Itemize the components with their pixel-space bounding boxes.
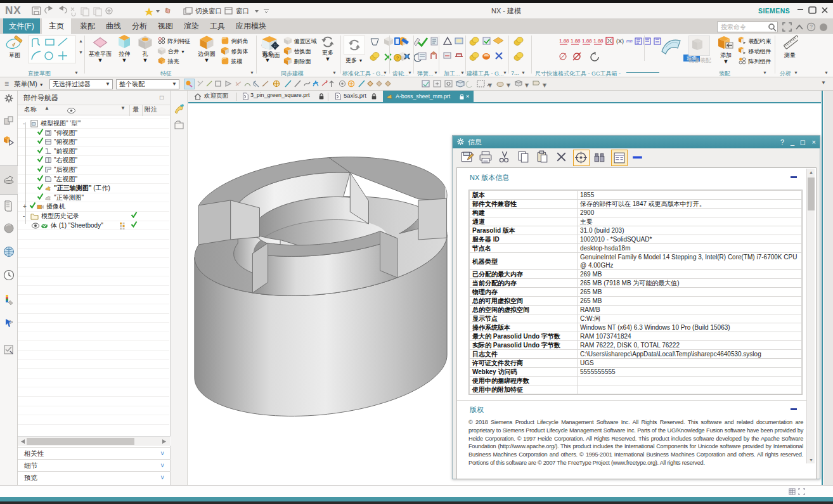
- svg-text:窗口: 窗口: [236, 7, 249, 15]
- svg-text:1.88: 1.88: [559, 38, 569, 44]
- svg-text:切换窗口: 切换窗口: [195, 7, 222, 15]
- svg-text:1.88: 1.88: [593, 38, 604, 44]
- svg-text:?: ?: [396, 56, 399, 60]
- svg-text:1.88: 1.88: [571, 38, 581, 44]
- svg-text:▼: ▼: [488, 82, 493, 88]
- svg-text:(X): (X): [616, 38, 624, 44]
- svg-text:1.88: 1.88: [582, 38, 592, 44]
- svg-text:?: ?: [810, 23, 813, 30]
- svg-text:▼: ▼: [542, 82, 547, 88]
- svg-text:mn: mn: [626, 39, 633, 43]
- svg-text:▼: ▼: [506, 82, 511, 88]
- svg-text:▼: ▼: [524, 82, 529, 88]
